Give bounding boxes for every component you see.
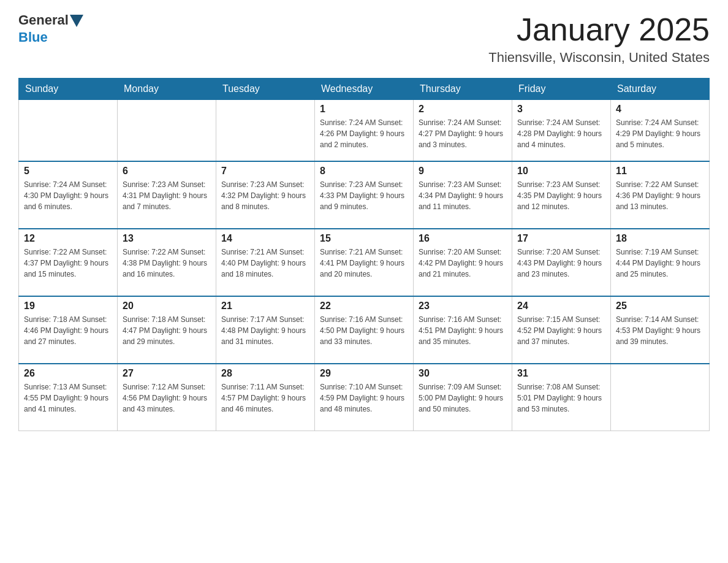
day-info: Sunrise: 7:21 AM Sunset: 4:41 PM Dayligh… bbox=[320, 247, 408, 280]
calendar-table: SundayMondayTuesdayWednesdayThursdayFrid… bbox=[18, 78, 710, 431]
calendar-header-day: Friday bbox=[512, 79, 611, 100]
calendar-day-cell: 23Sunrise: 7:16 AM Sunset: 4:51 PM Dayli… bbox=[414, 296, 512, 364]
day-number: 22 bbox=[320, 301, 408, 312]
day-number: 3 bbox=[517, 104, 605, 115]
day-number: 6 bbox=[123, 166, 211, 177]
title-block: January 2025 Thiensville, Wisconsin, Uni… bbox=[488, 12, 710, 66]
day-info: Sunrise: 7:13 AM Sunset: 4:55 PM Dayligh… bbox=[24, 381, 112, 415]
day-number: 26 bbox=[24, 368, 112, 379]
day-number: 9 bbox=[419, 166, 507, 177]
calendar-day-cell: 18Sunrise: 7:19 AM Sunset: 4:44 PM Dayli… bbox=[611, 229, 710, 296]
day-info: Sunrise: 7:22 AM Sunset: 4:36 PM Dayligh… bbox=[616, 179, 704, 212]
calendar-day-cell: 1Sunrise: 7:24 AM Sunset: 4:26 PM Daylig… bbox=[315, 100, 414, 161]
day-number: 7 bbox=[221, 166, 309, 177]
calendar-day-cell: 8Sunrise: 7:23 AM Sunset: 4:33 PM Daylig… bbox=[315, 161, 414, 229]
day-info: Sunrise: 7:15 AM Sunset: 4:52 PM Dayligh… bbox=[517, 314, 605, 347]
calendar-day-cell bbox=[611, 364, 710, 431]
day-info: Sunrise: 7:20 AM Sunset: 4:42 PM Dayligh… bbox=[419, 247, 507, 280]
calendar-day-cell: 31Sunrise: 7:08 AM Sunset: 5:01 PM Dayli… bbox=[512, 364, 611, 431]
calendar-week-row: 26Sunrise: 7:13 AM Sunset: 4:55 PM Dayli… bbox=[19, 364, 710, 431]
day-info: Sunrise: 7:20 AM Sunset: 4:43 PM Dayligh… bbox=[517, 247, 605, 280]
day-info: Sunrise: 7:18 AM Sunset: 4:47 PM Dayligh… bbox=[123, 314, 211, 347]
calendar-header-day: Sunday bbox=[19, 79, 118, 100]
calendar-header-day: Tuesday bbox=[216, 79, 315, 100]
calendar-day-cell: 12Sunrise: 7:22 AM Sunset: 4:37 PM Dayli… bbox=[19, 229, 118, 296]
calendar-day-cell: 19Sunrise: 7:18 AM Sunset: 4:46 PM Dayli… bbox=[19, 296, 118, 364]
day-number: 16 bbox=[419, 233, 507, 244]
day-info: Sunrise: 7:23 AM Sunset: 4:35 PM Dayligh… bbox=[517, 179, 605, 212]
day-number: 12 bbox=[24, 233, 112, 244]
day-number: 8 bbox=[320, 166, 408, 177]
calendar-week-row: 19Sunrise: 7:18 AM Sunset: 4:46 PM Dayli… bbox=[19, 296, 710, 364]
day-info: Sunrise: 7:10 AM Sunset: 4:59 PM Dayligh… bbox=[320, 381, 408, 415]
calendar-day-cell: 6Sunrise: 7:23 AM Sunset: 4:31 PM Daylig… bbox=[118, 161, 216, 229]
day-number: 5 bbox=[24, 166, 112, 177]
calendar-day-cell: 16Sunrise: 7:20 AM Sunset: 4:42 PM Dayli… bbox=[414, 229, 512, 296]
day-number: 2 bbox=[419, 104, 507, 115]
calendar-day-cell: 10Sunrise: 7:23 AM Sunset: 4:35 PM Dayli… bbox=[512, 161, 611, 229]
calendar-header-day: Monday bbox=[118, 79, 216, 100]
calendar-day-cell: 3Sunrise: 7:24 AM Sunset: 4:28 PM Daylig… bbox=[512, 100, 611, 161]
day-number: 23 bbox=[419, 301, 507, 312]
logo: General Blue bbox=[18, 12, 83, 45]
day-number: 20 bbox=[123, 301, 211, 312]
calendar-week-row: 12Sunrise: 7:22 AM Sunset: 4:37 PM Dayli… bbox=[19, 229, 710, 296]
calendar-day-cell: 29Sunrise: 7:10 AM Sunset: 4:59 PM Dayli… bbox=[315, 364, 414, 431]
calendar-day-cell: 20Sunrise: 7:18 AM Sunset: 4:47 PM Dayli… bbox=[118, 296, 216, 364]
day-number: 29 bbox=[320, 368, 408, 379]
calendar-day-cell: 21Sunrise: 7:17 AM Sunset: 4:48 PM Dayli… bbox=[216, 296, 315, 364]
day-number: 15 bbox=[320, 233, 408, 244]
day-number: 28 bbox=[221, 368, 309, 379]
calendar-header-row: SundayMondayTuesdayWednesdayThursdayFrid… bbox=[19, 79, 710, 100]
day-info: Sunrise: 7:14 AM Sunset: 4:53 PM Dayligh… bbox=[616, 314, 704, 347]
day-info: Sunrise: 7:24 AM Sunset: 4:29 PM Dayligh… bbox=[616, 117, 704, 150]
day-info: Sunrise: 7:22 AM Sunset: 4:37 PM Dayligh… bbox=[24, 247, 112, 280]
calendar-day-cell: 30Sunrise: 7:09 AM Sunset: 5:00 PM Dayli… bbox=[414, 364, 512, 431]
day-number: 18 bbox=[616, 233, 704, 244]
calendar-day-cell: 26Sunrise: 7:13 AM Sunset: 4:55 PM Dayli… bbox=[19, 364, 118, 431]
calendar-header-day: Saturday bbox=[611, 79, 710, 100]
calendar-week-row: 1Sunrise: 7:24 AM Sunset: 4:26 PM Daylig… bbox=[19, 100, 710, 161]
page-header: General Blue January 2025 Thiensville, W… bbox=[18, 12, 710, 66]
day-number: 10 bbox=[517, 166, 605, 177]
calendar-day-cell bbox=[19, 100, 118, 161]
day-info: Sunrise: 7:24 AM Sunset: 4:28 PM Dayligh… bbox=[517, 117, 605, 150]
calendar-subtitle: Thiensville, Wisconsin, United States bbox=[488, 50, 710, 66]
calendar-day-cell: 4Sunrise: 7:24 AM Sunset: 4:29 PM Daylig… bbox=[611, 100, 710, 161]
day-info: Sunrise: 7:21 AM Sunset: 4:40 PM Dayligh… bbox=[221, 247, 309, 280]
calendar-day-cell: 2Sunrise: 7:24 AM Sunset: 4:27 PM Daylig… bbox=[414, 100, 512, 161]
logo-general-text: General bbox=[18, 12, 69, 28]
day-number: 30 bbox=[419, 368, 507, 379]
calendar-week-row: 5Sunrise: 7:24 AM Sunset: 4:30 PM Daylig… bbox=[19, 161, 710, 229]
day-number: 14 bbox=[221, 233, 309, 244]
calendar-day-cell: 14Sunrise: 7:21 AM Sunset: 4:40 PM Dayli… bbox=[216, 229, 315, 296]
calendar-day-cell: 22Sunrise: 7:16 AM Sunset: 4:50 PM Dayli… bbox=[315, 296, 414, 364]
day-info: Sunrise: 7:23 AM Sunset: 4:31 PM Dayligh… bbox=[123, 179, 211, 212]
day-number: 1 bbox=[320, 104, 408, 115]
day-info: Sunrise: 7:12 AM Sunset: 4:56 PM Dayligh… bbox=[123, 381, 211, 415]
calendar-day-cell bbox=[216, 100, 315, 161]
day-number: 17 bbox=[517, 233, 605, 244]
day-info: Sunrise: 7:17 AM Sunset: 4:48 PM Dayligh… bbox=[221, 314, 309, 347]
calendar-day-cell: 9Sunrise: 7:23 AM Sunset: 4:34 PM Daylig… bbox=[414, 161, 512, 229]
day-number: 25 bbox=[616, 301, 704, 312]
day-number: 24 bbox=[517, 301, 605, 312]
calendar-day-cell: 11Sunrise: 7:22 AM Sunset: 4:36 PM Dayli… bbox=[611, 161, 710, 229]
logo-triangle-icon bbox=[70, 15, 83, 27]
day-info: Sunrise: 7:23 AM Sunset: 4:33 PM Dayligh… bbox=[320, 179, 408, 212]
day-info: Sunrise: 7:09 AM Sunset: 5:00 PM Dayligh… bbox=[419, 381, 507, 415]
calendar-day-cell: 13Sunrise: 7:22 AM Sunset: 4:38 PM Dayli… bbox=[118, 229, 216, 296]
day-number: 19 bbox=[24, 301, 112, 312]
day-info: Sunrise: 7:18 AM Sunset: 4:46 PM Dayligh… bbox=[24, 314, 112, 347]
day-number: 31 bbox=[517, 368, 605, 379]
day-info: Sunrise: 7:24 AM Sunset: 4:26 PM Dayligh… bbox=[320, 117, 408, 150]
calendar-day-cell: 7Sunrise: 7:23 AM Sunset: 4:32 PM Daylig… bbox=[216, 161, 315, 229]
calendar-title: January 2025 bbox=[488, 12, 710, 47]
calendar-header-day: Wednesday bbox=[315, 79, 414, 100]
day-info: Sunrise: 7:19 AM Sunset: 4:44 PM Dayligh… bbox=[616, 247, 704, 280]
day-info: Sunrise: 7:08 AM Sunset: 5:01 PM Dayligh… bbox=[517, 381, 605, 415]
svg-marker-0 bbox=[70, 15, 83, 27]
day-number: 13 bbox=[123, 233, 211, 244]
calendar-day-cell: 27Sunrise: 7:12 AM Sunset: 4:56 PM Dayli… bbox=[118, 364, 216, 431]
calendar-header-day: Thursday bbox=[414, 79, 512, 100]
